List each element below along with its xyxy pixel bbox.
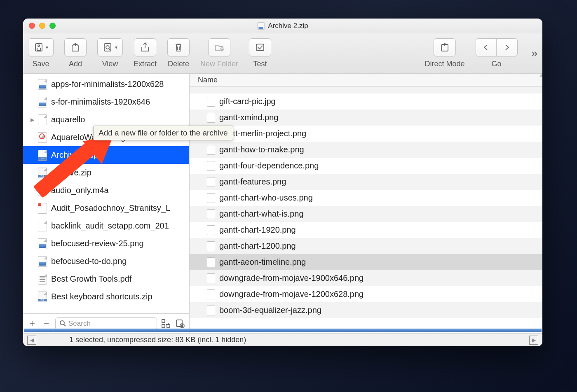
sidebar-item[interactable]: Archive 2.zip — [23, 146, 189, 164]
archive-icon — [257, 22, 265, 30]
file-name: befocused-to-do.png — [51, 257, 127, 266]
sidebar: apps-for-minimalists-1200x628s-for-minim… — [23, 74, 190, 333]
sidebar-item[interactable]: s-for-minimalists-1920x646 — [23, 93, 189, 111]
file-name: Audit_Posadochnoy_Stranitsy_L — [51, 203, 170, 213]
file-icon — [38, 185, 47, 196]
status-right-button[interactable]: ▶ — [529, 336, 538, 345]
file-icon — [38, 97, 47, 107]
file-icon — [38, 168, 47, 178]
search-input[interactable]: Search — [55, 317, 157, 330]
svg-point-13 — [181, 325, 183, 327]
status-text: 1 selected, uncompressed size: 83 KB (in… — [69, 336, 246, 344]
list-item[interactable]: gantt-chart-1200.png — [190, 238, 542, 254]
view-button[interactable]: ▾ — [97, 38, 123, 56]
sidebar-file-list[interactable]: apps-for-minimalists-1200x628s-for-minim… — [23, 74, 189, 313]
remove-item-button[interactable]: − — [41, 318, 51, 329]
direct-mode-button[interactable] — [434, 38, 456, 56]
extract-icon — [140, 42, 150, 53]
sidebar-item[interactable]: apps-for-minimalists-1200x628 — [23, 75, 189, 93]
delete-label: Delete — [168, 60, 189, 68]
file-name: s-for-minimalists-1920x646 — [51, 97, 150, 107]
status-left-button[interactable]: ◀ — [27, 336, 36, 345]
sidebar-item[interactable]: Best keyboard shortcuts.zip — [23, 288, 189, 306]
list-item[interactable]: gantt-features.png — [190, 174, 542, 190]
list-item[interactable]: gantt-how-to-make.png — [190, 142, 542, 158]
status-bar: ◀ 1 selected, uncompressed size: 83 KB (… — [23, 333, 542, 346]
list-item[interactable]: downgrade-from-mojave-1200x628.png — [190, 286, 542, 302]
hierarchy-icon[interactable] — [161, 319, 171, 329]
list-item[interactable]: gantt-chart-who-uses.png — [190, 190, 542, 206]
direct-label: Direct Mode — [425, 60, 465, 68]
list-item[interactable]: gantt-chart-1920.png — [190, 222, 542, 238]
sidebar-item[interactable]: Archive.zip — [23, 164, 189, 182]
file-icon — [38, 79, 47, 90]
sidebar-item[interactable]: Audit_Posadochnoy_Stranitsy_L — [23, 199, 189, 217]
file-name: gantt-features.png — [219, 177, 286, 187]
search-icon — [60, 320, 66, 327]
file-name: gantt-chart-1920.png — [219, 225, 296, 235]
file-name: gantt-chart-who-uses.png — [219, 193, 313, 203]
folder-plus-icon — [214, 42, 225, 53]
chevron-left-icon — [482, 44, 490, 51]
svg-rect-9 — [162, 324, 165, 327]
file-icon — [38, 238, 47, 249]
svg-rect-5 — [256, 44, 264, 51]
save-button[interactable]: ▾ — [28, 38, 54, 56]
list-item[interactable]: boom-3d-equalizer-jazz.png — [190, 302, 542, 318]
zoom-window-button[interactable] — [49, 23, 56, 29]
svg-point-7 — [60, 321, 64, 325]
toolbar-overflow-button[interactable]: » — [532, 47, 537, 60]
file-name: Best keyboard shortcuts.zip — [51, 292, 152, 301]
file-icon — [207, 193, 215, 203]
file-icon — [207, 241, 215, 251]
list-item[interactable]: gantt-chart-what-is.png — [190, 206, 542, 222]
test-button[interactable] — [249, 38, 271, 56]
file-icon — [207, 97, 215, 107]
file-name: gantt-chart-what-is.png — [219, 209, 304, 219]
list-item[interactable]: gantt-xmind.png — [190, 110, 542, 126]
file-icon — [207, 257, 215, 267]
file-name: Archive 2.zip — [51, 150, 99, 160]
file-name: boom-3d-equalizer-jazz.png — [219, 306, 321, 315]
file-name: downgrade-from-mojave-1900x646.png — [219, 273, 364, 283]
archive-contents-list[interactable]: gift-card-pic.jpggantt-xmind.pnggantt-me… — [190, 87, 542, 333]
list-item[interactable]: gantt-aeon-timeline.png — [190, 254, 542, 270]
sidebar-item[interactable]: befocused-to-do.png — [23, 252, 189, 270]
svg-point-3 — [106, 46, 109, 49]
file-icon — [207, 306, 215, 315]
sidebar-item[interactable]: befocused-review-25.png — [23, 235, 189, 252]
sidebar-item[interactable]: Best Growth Tools.pdf — [23, 270, 189, 288]
svg-point-1 — [38, 45, 40, 47]
sidebar-item[interactable]: audio_only.m4a — [23, 182, 189, 199]
add-item-button[interactable]: + — [27, 318, 37, 329]
new-folder-button[interactable] — [208, 38, 230, 56]
file-icon — [207, 161, 215, 171]
file-name: Best Growth Tools.pdf — [51, 274, 131, 284]
sidebar-item[interactable]: backlink_audit_setapp.com_201 — [23, 217, 189, 235]
add-label: Add — [69, 60, 82, 68]
file-name: Archive.zip — [51, 168, 91, 177]
list-item[interactable]: gantt-merlin-project.png — [190, 126, 542, 142]
chevron-right-icon — [503, 44, 511, 51]
file-name: aquarello — [51, 115, 85, 124]
save-icon — [33, 42, 44, 53]
minimize-window-button[interactable] — [39, 23, 45, 29]
preview-icon[interactable] — [175, 319, 185, 329]
file-name: gantt-aeon-timeline.png — [219, 257, 306, 267]
check-icon — [255, 42, 265, 53]
disclosure-triangle-icon[interactable]: ▶ — [30, 117, 35, 123]
save-label: Save — [32, 60, 49, 68]
file-name: gantt-chart-1200.png — [219, 241, 296, 251]
column-header-name[interactable]: Name — [190, 74, 542, 87]
list-item[interactable]: gantt-four-dependence.png — [190, 158, 542, 174]
extract-button[interactable] — [134, 38, 156, 56]
file-icon — [38, 274, 47, 285]
delete-button[interactable] — [167, 38, 190, 56]
go-forward-button[interactable] — [497, 39, 517, 56]
close-window-button[interactable] — [29, 23, 35, 29]
list-item[interactable]: gift-card-pic.jpg — [190, 93, 542, 110]
go-back-button[interactable] — [476, 39, 497, 56]
file-icon — [207, 209, 215, 219]
list-item[interactable]: downgrade-from-mojave-1900x646.png — [190, 270, 542, 286]
add-button[interactable] — [64, 38, 87, 56]
